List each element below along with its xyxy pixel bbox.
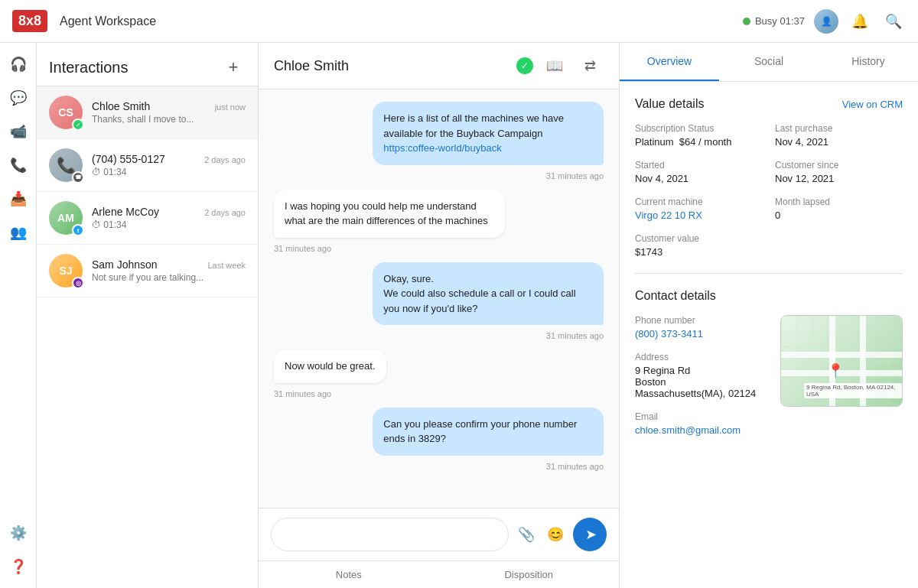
nav-phone-icon[interactable]: 📞 bbox=[3, 150, 34, 180]
contact-preview: Thanks, shall I move to... bbox=[92, 114, 246, 125]
address-label: Address bbox=[635, 352, 768, 362]
sidebar-icons: 🎧 💬 📹 📞 📥 👥 ⚙️ ❓ bbox=[0, 43, 37, 588]
interactions-panel: Interactions + CS ✓ Chloe Smith just now… bbox=[37, 43, 259, 588]
contact-name-row: Sam Johnson Last week bbox=[92, 258, 246, 271]
detail-month-lapsed: Month lapsed 0 bbox=[775, 197, 903, 221]
message-bubble: Here is a list of all the machines we ha… bbox=[373, 102, 604, 165]
main-layout: 🎧 💬 📹 📞 📥 👥 ⚙️ ❓ Interactions + CS ✓ bbox=[0, 43, 918, 588]
address-line1: 9 Regina Rd bbox=[635, 365, 768, 376]
contact-preview: Not sure if you are talking... bbox=[92, 272, 246, 283]
emoji-icon[interactable]: 😊 bbox=[544, 523, 567, 546]
address-detail: Address 9 Regina Rd Boston Massachusetts… bbox=[635, 352, 768, 399]
detail-value-link[interactable]: Virgo 22 10 RX bbox=[635, 210, 763, 221]
phone-detail: Phone number (800) 373-3411 bbox=[635, 315, 768, 339]
tab-social[interactable]: Social bbox=[719, 43, 819, 81]
attachment-icon[interactable]: 📎 bbox=[515, 523, 538, 546]
channel-badge: ◎ bbox=[72, 277, 84, 289]
detail-label: Month lapsed bbox=[775, 197, 903, 207]
agent-initials: 👤 bbox=[821, 16, 832, 27]
transfer-icon[interactable]: ⇄ bbox=[576, 52, 604, 80]
book-icon[interactable]: 📖 bbox=[541, 52, 568, 80]
whatsapp-indicator: ✓ bbox=[516, 57, 533, 74]
value-details-header: Value details View on CRM bbox=[635, 97, 903, 111]
detail-value: $1743 bbox=[635, 246, 763, 258]
detail-value: Nov 4, 2021 bbox=[635, 173, 763, 184]
nav-video-icon[interactable]: 📹 bbox=[3, 116, 34, 147]
notes-tab[interactable]: Notes bbox=[259, 561, 439, 588]
nav-chat-icon[interactable]: 💬 bbox=[3, 83, 34, 113]
email-detail: Email chloe.smith@gmail.com bbox=[635, 411, 768, 436]
map-label: 9 Regina Rd, Boston, MA 02124, USA bbox=[804, 383, 902, 398]
contact-name-row: (704) 555-0127 2 days ago bbox=[92, 153, 246, 165]
plus-icon: + bbox=[229, 57, 239, 77]
contact-item[interactable]: SJ ◎ Sam Johnson Last week Not sure if y… bbox=[37, 245, 258, 297]
map-placeholder[interactable]: 📍 9 Regina Rd, Boston, MA 02124, USA bbox=[780, 315, 903, 407]
message-bubble: Can you please confirm your phone number… bbox=[373, 408, 604, 456]
contact-preview: ⏱ 01:34 bbox=[92, 167, 246, 177]
nav-settings-icon[interactable]: ⚙️ bbox=[3, 518, 34, 548]
contact-details-title: Contact details bbox=[635, 289, 716, 303]
message-time: 31 minutes ago bbox=[274, 389, 331, 398]
add-interaction-button[interactable]: + bbox=[221, 55, 246, 80]
detail-label: Current machine bbox=[635, 197, 763, 207]
send-button[interactable]: ➤ bbox=[573, 518, 607, 551]
email-value[interactable]: chloe.smith@gmail.com bbox=[635, 424, 768, 436]
chat-messages: Here is a list of all the machines we ha… bbox=[259, 89, 619, 508]
tab-overview[interactable]: Overview bbox=[620, 43, 719, 81]
contact-name: (704) 555-0127 bbox=[92, 153, 165, 165]
chat-input[interactable] bbox=[271, 518, 509, 551]
message-bubble: I was hoping you could help me understan… bbox=[274, 190, 505, 238]
notification-icon[interactable]: 🔔 bbox=[848, 9, 872, 34]
chat-header: Chloe Smith ✓ 📖 ⇄ bbox=[259, 43, 619, 89]
detail-label: Last purchase bbox=[775, 123, 903, 134]
contact-preview: ⏱ 01:34 bbox=[92, 219, 246, 230]
detail-subscription: Subscription Status Platinum $64 / month bbox=[635, 123, 763, 148]
twitter-badge: t bbox=[72, 224, 84, 236]
contact-detail-pair: Phone number (800) 373-3411 Address 9 Re… bbox=[635, 315, 903, 448]
contact-item[interactable]: AM t Arlene McCoy 2 days ago ⏱ 01:34 bbox=[37, 192, 258, 245]
contact-item[interactable]: CS ✓ Chloe Smith just now Thanks, shall … bbox=[37, 86, 258, 139]
phone-value[interactable]: (800) 373-3411 bbox=[635, 328, 768, 339]
topbar-right: Busy 01:37 👤 🔔 🔍 bbox=[743, 9, 906, 34]
email-label: Email bbox=[635, 411, 768, 422]
chat-actions: Notes Disposition bbox=[259, 560, 619, 588]
contact-avatar: AM t bbox=[49, 201, 83, 235]
nav-help-icon[interactable]: ❓ bbox=[3, 551, 34, 582]
right-panel: Overview Social History Value details Vi… bbox=[620, 43, 918, 588]
contact-list: CS ✓ Chloe Smith just now Thanks, shall … bbox=[37, 86, 258, 588]
app-title: Agent Workspace bbox=[60, 15, 743, 28]
status-dot bbox=[743, 18, 750, 25]
disposition-tab[interactable]: Disposition bbox=[439, 561, 620, 588]
nav-contacts-icon[interactable]: 👥 bbox=[3, 217, 34, 248]
search-icon[interactable]: 🔍 bbox=[881, 9, 906, 34]
detail-value: Platinum $64 / month bbox=[635, 136, 763, 148]
avatar: 👤 bbox=[814, 9, 838, 34]
nav-headset-icon[interactable]: 🎧 bbox=[3, 49, 34, 80]
tab-history[interactable]: History bbox=[819, 43, 918, 81]
address-line2: Boston bbox=[635, 376, 768, 388]
contact-avatar: 📞 ☎ bbox=[49, 148, 83, 182]
logo: 8x8 bbox=[12, 10, 47, 32]
status-badge[interactable]: Busy 01:37 bbox=[743, 15, 805, 27]
right-tabs: Overview Social History bbox=[620, 43, 918, 82]
detail-last-purchase: Last purchase Nov 4, 2021 bbox=[775, 123, 903, 148]
nav-inbox-icon[interactable]: 📥 bbox=[3, 184, 34, 214]
chat-contact-name: Chloe Smith bbox=[274, 58, 509, 74]
contact-time: Last week bbox=[207, 261, 246, 270]
detail-label: Customer since bbox=[775, 160, 903, 171]
topbar: 8x8 Agent Workspace Busy 01:37 👤 🔔 🔍 bbox=[0, 0, 918, 43]
contact-detail-text: Phone number (800) 373-3411 Address 9 Re… bbox=[635, 315, 768, 448]
contact-item[interactable]: 📞 ☎ (704) 555-0127 2 days ago ⏱ 01:34 bbox=[37, 139, 258, 192]
phone-badge: ☎ bbox=[72, 171, 84, 184]
interactions-header: Interactions + bbox=[37, 43, 258, 86]
message-time: 31 minutes ago bbox=[546, 331, 604, 340]
view-crm-link[interactable]: View on CRM bbox=[842, 99, 903, 110]
contact-time: 2 days ago bbox=[204, 155, 246, 164]
contact-avatar: CS ✓ bbox=[49, 96, 83, 129]
section-divider bbox=[635, 273, 903, 274]
detail-label: Started bbox=[635, 160, 763, 171]
message-bubble: Okay, sure.We could also schedule a call… bbox=[373, 262, 604, 326]
contact-name: Arlene McCoy bbox=[92, 206, 159, 218]
message-link[interactable]: https:coffee-world/buyback bbox=[383, 142, 501, 154]
message-time: 31 minutes ago bbox=[546, 462, 604, 471]
